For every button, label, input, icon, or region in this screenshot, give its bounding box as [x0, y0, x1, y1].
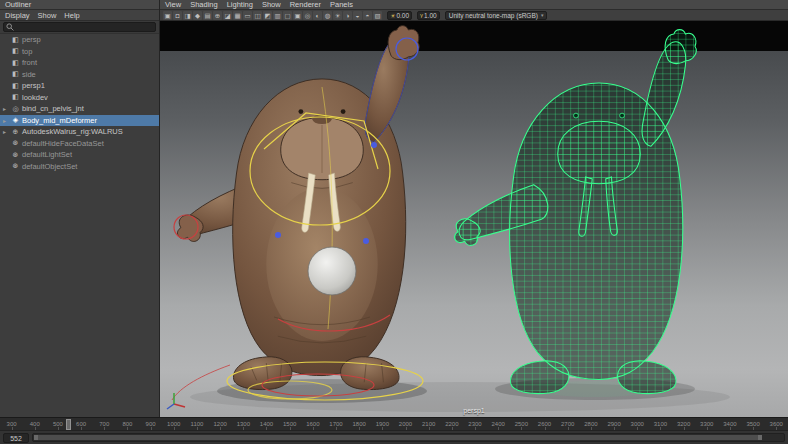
isolate-select-icon[interactable]: ◎: [303, 11, 312, 20]
lock-camera-icon[interactable]: ◘: [173, 11, 182, 20]
expand-caret-icon[interactable]: ▸: [3, 105, 9, 112]
outliner-search-input[interactable]: [3, 22, 156, 32]
gamma-icon: γ: [420, 12, 423, 18]
gamma-field[interactable]: γ 1.00: [417, 11, 440, 20]
bookmark-icon[interactable]: ◆: [193, 11, 202, 20]
frame-tick-label: 3500: [742, 418, 765, 430]
exposure-field[interactable]: ☀ 0.00: [387, 11, 412, 20]
field-chart-icon[interactable]: ▥: [273, 11, 282, 20]
chevron-down-icon: ▾: [541, 12, 544, 18]
outliner-search-row: [0, 21, 159, 34]
frame-tick-label: 3300: [695, 418, 718, 430]
outliner-item[interactable]: ▸ ◧ side: [0, 69, 159, 81]
frame-tick-label: 700: [93, 418, 116, 430]
viewport-menu-item[interactable]: Lighting: [227, 0, 253, 9]
grid-icon[interactable]: ▦: [233, 11, 242, 20]
lighting-icon[interactable]: ☀: [333, 11, 342, 20]
outliner-item[interactable]: ▸ ⊛ defaultHideFaceDataSet: [0, 138, 159, 150]
node-label: side: [22, 70, 36, 79]
exposure-value: 0.00: [396, 12, 409, 19]
node-label: AutodeskWalrus_rig:WALRUS: [22, 127, 123, 136]
outliner-item[interactable]: ▸ ◧ lookdev: [0, 92, 159, 104]
frame-tick-label: 3100: [649, 418, 672, 430]
frame-tick-label: 1000: [162, 418, 185, 430]
camera-icon: ◧: [11, 82, 20, 90]
outliner-title[interactable]: Outliner: [5, 0, 31, 9]
node-label: bind_cn_pelvis_jnt: [22, 104, 84, 113]
deformer-icon: ◈: [11, 116, 20, 124]
image-plane-icon[interactable]: ▤: [203, 11, 212, 20]
outliner-item[interactable]: ▸ ⊕ AutodeskWalrus_rig:WALRUS: [0, 126, 159, 138]
scene-3d[interactable]: [160, 21, 788, 417]
multisample-icon[interactable]: ▧: [373, 11, 382, 20]
motion-blur-icon[interactable]: ◓: [363, 11, 372, 20]
camera-icon: ◧: [11, 59, 20, 67]
frame-tick-label: 3600: [765, 418, 788, 430]
outliner-menu-item[interactable]: Help: [64, 11, 79, 20]
outliner-item[interactable]: ▸ ⊛ defaultLightSet: [0, 149, 159, 161]
node-label: top: [22, 47, 32, 56]
frame-tick-label: 1600: [301, 418, 324, 430]
camera-name-label: persp1: [463, 407, 484, 414]
viewport-panel: ViewShadingLightingShowRendererPanels ▣◘…: [160, 0, 788, 417]
expand-caret-icon[interactable]: ▸: [3, 128, 9, 135]
frame-tick-label: 1400: [255, 418, 278, 430]
set-icon: ⊛: [11, 151, 20, 159]
xray-icon[interactable]: ◐: [313, 11, 322, 20]
frame-tick-label: 2100: [417, 418, 440, 430]
transform-icon: ⊕: [11, 128, 20, 136]
resolution-gate-icon[interactable]: ◫: [253, 11, 262, 20]
range-slider[interactable]: [32, 433, 785, 442]
outliner-panel: Outliner DisplayShowHelp ▸ ◧ persp ▸ ◧ t…: [0, 0, 160, 417]
frame-tick-label: 2200: [440, 418, 463, 430]
frame-tick-label: 2500: [510, 418, 533, 430]
frame-tick-label: 2700: [556, 418, 579, 430]
expand-caret-icon[interactable]: ▸: [3, 117, 9, 124]
select-camera-icon[interactable]: ▣: [163, 11, 172, 20]
frame-tick-label: 600: [70, 418, 93, 430]
outliner-menu-item[interactable]: Display: [5, 11, 30, 20]
time-slider[interactable]: 3004005006007008009001000110012001300140…: [0, 417, 788, 430]
viewport-menu-item[interactable]: Show: [262, 0, 281, 9]
frame-tick-label: 3400: [718, 418, 741, 430]
current-frame-field[interactable]: 552: [3, 433, 29, 443]
outliner-item[interactable]: ▸ ◧ front: [0, 57, 159, 69]
current-frame-marker[interactable]: [66, 419, 71, 430]
viewport-menu-item[interactable]: Panels: [330, 0, 353, 9]
safe-title-icon[interactable]: ▣: [293, 11, 302, 20]
frame-tick-label: 2900: [602, 418, 625, 430]
viewport-canvas[interactable]: persp1: [160, 21, 788, 417]
safe-action-icon[interactable]: ▢: [283, 11, 292, 20]
shadows-icon[interactable]: ◑: [343, 11, 352, 20]
range-slider-handle[interactable]: [34, 435, 762, 440]
camera-attributes-icon[interactable]: ◨: [183, 11, 192, 20]
node-label: front: [22, 58, 37, 67]
node-label: defaultObjectSet: [22, 162, 77, 171]
outliner-item[interactable]: ▸ ⊛ defaultObjectSet: [0, 161, 159, 173]
gamma-value: 1.00: [424, 12, 437, 19]
set-icon: ⊛: [11, 139, 20, 147]
viewport-menu-item[interactable]: View: [165, 0, 181, 9]
wireframe-on-shaded-icon[interactable]: ◍: [323, 11, 332, 20]
outliner-menu-item[interactable]: Show: [38, 11, 57, 20]
ambient-occlusion-icon[interactable]: ◒: [353, 11, 362, 20]
gate-mask-icon[interactable]: ◩: [263, 11, 272, 20]
outliner-item[interactable]: ▸ ◧ persp1: [0, 80, 159, 92]
viewport-menu-item[interactable]: Shading: [190, 0, 218, 9]
film-gate-icon[interactable]: ▭: [243, 11, 252, 20]
outliner-item[interactable]: ▸ ◧ top: [0, 46, 159, 58]
exposure-icon: ☀: [390, 12, 395, 19]
pan-zoom-2d-icon[interactable]: ⊕: [213, 11, 222, 20]
node-label: defaultLightSet: [22, 150, 72, 159]
outliner-item[interactable]: ▸ ◧ persp: [0, 34, 159, 46]
grease-pencil-icon[interactable]: ◪: [223, 11, 232, 20]
node-label: lookdev: [22, 93, 48, 102]
view-transform-dropdown[interactable]: Unity neutral tone-map (sRGB) ▾: [445, 11, 548, 20]
frame-tick-label: 1700: [324, 418, 347, 430]
belly-sphere-control[interactable]: [308, 247, 356, 295]
node-label: persp1: [22, 81, 45, 90]
outliner-item[interactable]: ▸ ◈ Body_mid_mDeformer: [0, 115, 159, 127]
viewport-menu-item[interactable]: Renderer: [290, 0, 321, 9]
outliner-item[interactable]: ▸ ◎ bind_cn_pelvis_jnt: [0, 103, 159, 115]
frame-tick-label: 1500: [278, 418, 301, 430]
